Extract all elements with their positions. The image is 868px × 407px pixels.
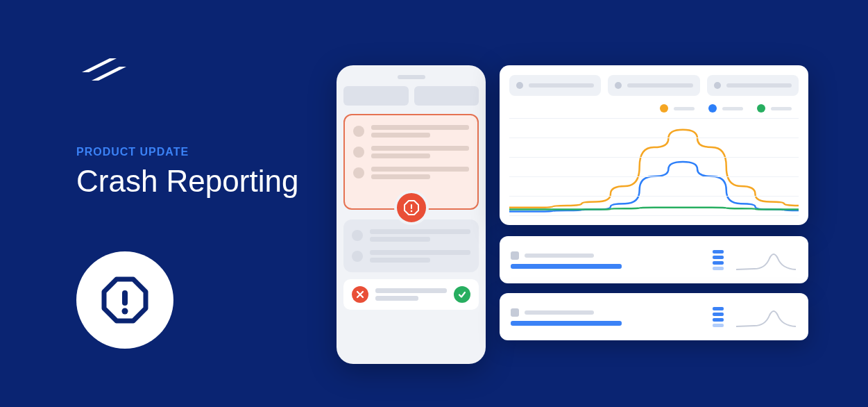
placeholder-dot [352, 251, 363, 262]
svg-point-5 [410, 210, 412, 213]
list-item [352, 250, 470, 263]
bar-stack [713, 307, 724, 327]
legend-item-blue [708, 104, 743, 113]
placeholder-icon [511, 308, 519, 317]
bar-stack [713, 250, 724, 270]
tab-placeholder [414, 86, 479, 106]
headline: Crash Reporting [76, 164, 298, 199]
svg-rect-1 [122, 290, 128, 306]
placeholder-icon [511, 251, 519, 260]
chart-legend [509, 104, 799, 113]
progress-bar [511, 321, 622, 326]
stat-box [509, 75, 601, 96]
phone-notch [343, 74, 479, 81]
placeholder-dot [353, 147, 364, 158]
legend-item-green [757, 104, 792, 113]
crash-card-highlighted [343, 114, 479, 210]
metric-card [500, 293, 808, 340]
stat-box [707, 75, 799, 96]
list-item [353, 125, 469, 138]
list-item [353, 167, 469, 179]
list-item [352, 229, 470, 242]
sparkline [735, 303, 797, 331]
dashboard-panel [500, 65, 808, 350]
line-chart [509, 118, 799, 215]
chart-area [509, 118, 799, 215]
kicker-label: PRODUCT UPDATE [76, 146, 298, 158]
brand-logo [76, 47, 132, 89]
stat-box [608, 75, 699, 96]
metric-card [500, 236, 808, 283]
error-icon [394, 190, 429, 225]
reject-icon [352, 286, 368, 303]
tab-placeholder [343, 86, 409, 106]
legend-item-orange [660, 104, 695, 113]
list-card [343, 219, 479, 272]
phone-mockup [337, 65, 486, 364]
placeholder-dot [352, 230, 363, 241]
progress-bar [511, 264, 622, 269]
alert-badge [76, 251, 173, 349]
placeholder-dot [353, 167, 364, 178]
list-item [353, 146, 469, 158]
stat-row [509, 75, 799, 96]
sparkline [735, 246, 797, 274]
phone-tabs [343, 86, 479, 106]
svg-rect-4 [411, 204, 412, 209]
approve-icon [454, 286, 470, 303]
chart-card [500, 65, 808, 225]
placeholder-dot [353, 126, 364, 137]
approval-row [343, 279, 479, 310]
svg-point-2 [122, 308, 128, 315]
